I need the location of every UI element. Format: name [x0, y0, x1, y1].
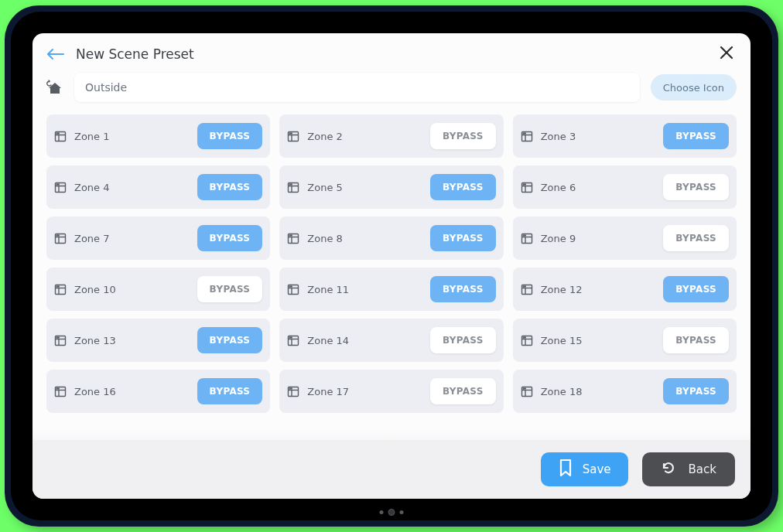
svg-point-66 — [56, 337, 57, 338]
zone-card: Zone 2BYPASS — [279, 114, 503, 158]
bypass-button[interactable]: BYPASS — [663, 327, 729, 353]
footer: Save Back — [32, 440, 751, 499]
name-row: Choose Icon — [32, 68, 751, 111]
close-icon[interactable] — [716, 43, 737, 65]
bypass-button[interactable]: BYPASS — [197, 378, 263, 404]
svg-point-16 — [523, 133, 524, 134]
zone-card: Zone 5BYPASS — [279, 165, 503, 209]
bypass-button[interactable]: BYPASS — [197, 123, 263, 149]
zone-label: Zone 17 — [307, 386, 422, 397]
svg-point-17 — [525, 133, 525, 134]
svg-point-92 — [525, 388, 525, 389]
zone-card: Zone 6BYPASS — [513, 165, 737, 209]
svg-point-42 — [291, 235, 292, 236]
zone-label: Zone 3 — [541, 131, 656, 142]
svg-point-46 — [523, 235, 524, 236]
back-arrow-icon[interactable] — [46, 48, 65, 60]
zone-icon — [54, 181, 67, 193]
svg-point-61 — [523, 286, 524, 287]
bypass-button[interactable]: BYPASS — [430, 225, 496, 251]
svg-point-7 — [58, 133, 59, 134]
zone-label: Zone 1 — [74, 131, 190, 142]
zone-icon — [287, 232, 299, 244]
zone-card: Zone 7BYPASS — [46, 217, 270, 260]
zone-icon — [521, 385, 533, 397]
back-button[interactable]: Back — [642, 452, 735, 486]
zone-card: Zone 15BYPASS — [513, 319, 737, 362]
zone-icon — [54, 232, 67, 244]
bypass-button[interactable]: BYPASS — [430, 327, 496, 353]
bypass-button[interactable]: BYPASS — [197, 327, 263, 353]
svg-point-77 — [525, 337, 525, 338]
svg-point-52 — [58, 286, 59, 287]
bypass-button[interactable]: BYPASS — [663, 225, 729, 251]
bypass-button[interactable]: BYPASS — [197, 276, 263, 302]
zone-label: Zone 10 — [74, 284, 190, 295]
svg-point-81 — [56, 388, 57, 389]
zone-card: Zone 11BYPASS — [279, 268, 503, 311]
zone-label: Zone 4 — [74, 182, 190, 193]
bypass-button[interactable]: BYPASS — [430, 378, 496, 404]
zone-card: Zone 14BYPASS — [279, 319, 503, 362]
zone-label: Zone 11 — [307, 284, 422, 295]
svg-point-82 — [58, 388, 59, 389]
tablet-frame: New Scene Preset Choose Icon Zone 1BYPAS… — [5, 5, 778, 527]
zone-card: Zone 9BYPASS — [513, 217, 737, 260]
zone-card: Zone 3BYPASS — [513, 114, 737, 158]
svg-point-87 — [291, 388, 292, 389]
zone-card: Zone 4BYPASS — [46, 165, 270, 209]
zone-icon — [287, 130, 299, 142]
bypass-button[interactable]: BYPASS — [663, 378, 729, 404]
zone-icon — [54, 130, 67, 142]
zone-icon — [521, 283, 533, 295]
svg-point-32 — [525, 184, 525, 185]
zone-icon — [287, 385, 299, 397]
zone-icon — [521, 130, 533, 142]
svg-point-57 — [291, 286, 292, 287]
bypass-button[interactable]: BYPASS — [663, 123, 729, 149]
bypass-button[interactable]: BYPASS — [430, 276, 496, 302]
zone-icon — [54, 283, 67, 295]
zone-icon — [287, 334, 299, 346]
bookmark-icon — [558, 459, 573, 480]
zone-icon — [521, 232, 533, 244]
choose-icon-button[interactable]: Choose Icon — [651, 74, 737, 101]
svg-point-91 — [523, 388, 524, 389]
zone-label: Zone 18 — [541, 386, 656, 397]
zone-card: Zone 17BYPASS — [279, 370, 503, 413]
zone-label: Zone 6 — [541, 182, 656, 193]
zone-label: Zone 12 — [541, 284, 656, 295]
bypass-button[interactable]: BYPASS — [197, 225, 263, 251]
bypass-button[interactable]: BYPASS — [197, 174, 263, 200]
page-title: New Scene Preset — [76, 46, 706, 62]
svg-point-26 — [289, 184, 290, 185]
svg-point-71 — [289, 337, 290, 338]
svg-point-11 — [289, 133, 290, 134]
svg-point-37 — [58, 235, 59, 236]
zone-icon — [287, 181, 299, 193]
svg-point-22 — [58, 184, 59, 185]
zone-label: Zone 9 — [541, 233, 656, 244]
zone-card: Zone 10BYPASS — [46, 268, 270, 311]
bypass-button[interactable]: BYPASS — [430, 123, 496, 149]
zone-label: Zone 2 — [307, 131, 422, 142]
bypass-button[interactable]: BYPASS — [430, 174, 496, 200]
svg-point-62 — [525, 286, 525, 287]
svg-point-31 — [523, 184, 524, 185]
undo-icon — [661, 460, 676, 479]
save-button[interactable]: Save — [541, 452, 628, 486]
zone-card: Zone 8BYPASS — [279, 217, 503, 260]
bypass-button[interactable]: BYPASS — [663, 174, 729, 200]
zone-grid: Zone 1BYPASSZone 2BYPASSZone 3BYPASSZone… — [46, 114, 737, 413]
save-button-label: Save — [583, 462, 611, 476]
zone-label: Zone 16 — [74, 386, 190, 397]
tablet-bezel: New Scene Preset Choose Icon Zone 1BYPAS… — [11, 12, 772, 520]
svg-point-21 — [56, 184, 57, 185]
bypass-button[interactable]: BYPASS — [663, 276, 729, 302]
preset-name-input[interactable] — [74, 73, 640, 102]
svg-point-56 — [289, 286, 290, 287]
zone-card: Zone 13BYPASS — [46, 319, 270, 362]
svg-point-72 — [291, 337, 292, 338]
zone-icon — [521, 181, 533, 193]
back-button-label: Back — [689, 462, 716, 476]
